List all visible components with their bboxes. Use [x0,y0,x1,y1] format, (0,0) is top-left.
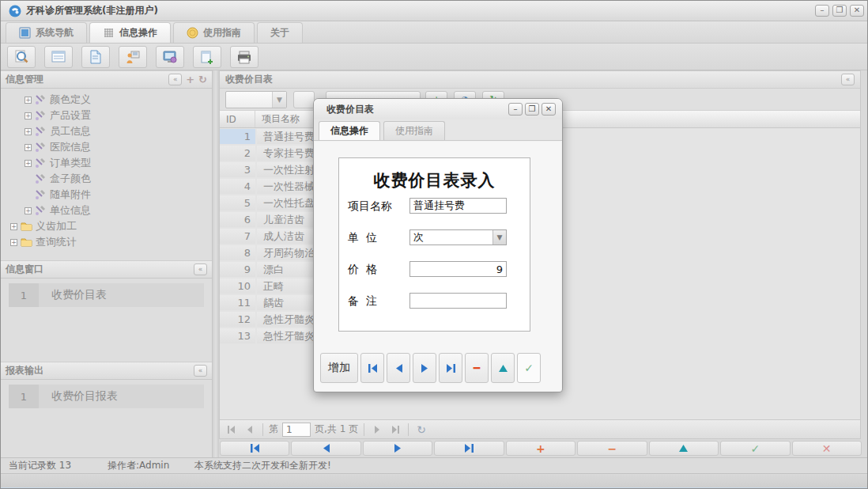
expand-icon[interactable]: + [10,223,17,230]
nav-last-button[interactable] [434,441,504,456]
display-button[interactable] [156,46,184,68]
tab-user-guide[interactable]: 使用指南 [173,22,255,43]
sidebar-splitter[interactable] [213,70,219,457]
nav-confirm-button[interactable]: ✓ [720,441,790,456]
filter-combobox[interactable]: ▼ [225,91,287,108]
tree-item-box-color[interactable]: 盒子颜色 [1,171,212,187]
add-panel-icon[interactable]: + [186,74,194,85]
window-close-button[interactable]: ✕ [850,5,864,17]
tree-item-hospital-info[interactable]: + 医院信息 [1,139,212,155]
search-icon [13,49,29,65]
tree-item-staff-info[interactable]: + 员工信息 [1,123,212,139]
main-panel-title: 收费价目表 [225,73,273,86]
expand-icon[interactable]: + [25,160,32,167]
coin-icon [187,27,198,39]
column-header-id[interactable]: ID [220,111,255,127]
refresh-panel-icon[interactable]: ↻ [198,74,207,85]
next-page-icon [372,425,382,434]
dialog-tab-info-operate[interactable]: 信息操作 [319,121,380,140]
last-page-button[interactable] [388,423,402,437]
tab-info-operate[interactable]: 信息操作 [89,22,171,43]
window-minimize-button[interactable]: – [815,5,829,17]
dialog-delete-button[interactable]: ━ [465,353,489,383]
nav-add-button[interactable]: + [506,441,576,456]
info-window-list: 1 收费价目表 [1,279,212,362]
x-icon: ✕ [822,442,832,455]
first-page-button[interactable] [225,423,239,437]
triangle-up-icon [499,365,508,372]
filter-go-button[interactable] [293,91,315,108]
record-count-text: 当前记录数 13 [1,459,100,472]
tree-item-denture-processing[interactable]: + 义齿加工 [1,218,212,234]
chevron-down-icon: ▼ [272,92,286,108]
refresh-grid-button[interactable]: ↻ [414,423,428,437]
dialog-minimize-button[interactable]: – [508,103,523,116]
page-number-input[interactable] [282,423,311,437]
dialog-prev-button[interactable] [387,353,410,383]
tab-system-nav[interactable]: 系统导航 [6,22,87,43]
nav-edit-button[interactable] [649,441,719,456]
collapse-left-button[interactable]: « [168,74,182,85]
window-restore-button[interactable]: ❐ [832,5,847,17]
nav-delete-button[interactable]: − [577,441,647,456]
page-label: 第 [269,423,278,436]
add-button[interactable]: 增加 [320,353,358,383]
item-name-label: 项目名称 [348,199,392,214]
printer-button[interactable] [230,46,259,68]
add-record-button[interactable] [193,46,221,68]
list-item[interactable]: 1 收费价目表 [9,283,204,307]
document-button[interactable] [81,46,110,68]
expand-icon[interactable]: + [10,239,17,246]
tree-item-product-setting[interactable]: + 产品设置 [1,108,212,123]
window-title: 牙科诊所管理系统(非注册用户) [26,4,158,17]
next-page-button[interactable] [370,423,384,437]
nav-prev-button[interactable] [291,441,360,456]
prev-record-icon [394,364,403,373]
tools-icon [35,157,47,169]
blue-square-icon [19,27,31,39]
nav-first-button[interactable] [220,441,289,456]
tree-item-query-stats[interactable]: + 查询统计 [1,234,212,250]
check-icon: ✓ [750,442,760,455]
tree-item-order-type[interactable]: + 订单类型 [1,155,212,171]
item-name-input[interactable] [409,198,507,214]
dialog-last-button[interactable] [439,353,462,383]
collapse-up-icon[interactable]: « [841,74,855,85]
staff-button[interactable] [119,46,147,68]
dialog-first-button[interactable] [360,353,384,383]
unit-select[interactable]: 次 ▼ [409,229,507,245]
dialog-edit-button[interactable] [491,353,515,383]
last-record-icon [464,444,474,453]
tab-about[interactable]: 关于 [257,22,303,43]
dialog-title-bar[interactable]: 收费价目表 – ❐ ✕ [314,99,562,119]
plus-icon: + [536,442,545,455]
price-input[interactable] [409,261,507,277]
dialog-next-button[interactable] [413,353,436,383]
tree-item-color-define[interactable]: + 颜色定义 [1,92,212,108]
status-bar: 当前记录数 13 操作者:Admin 本系统支持二次开发和全新开发! [1,457,868,474]
icon-toolbar [1,44,868,70]
dialog-restore-button[interactable]: ❐ [525,103,539,116]
price-label: 价 格 [348,263,377,277]
next-record-icon [394,444,402,453]
dialog-confirm-button[interactable]: ✓ [517,353,541,383]
dialog-close-button[interactable]: ✕ [542,103,556,116]
status-message-text: 本系统支持二次开发和全新开发! [187,459,339,472]
expand-icon[interactable]: + [25,112,32,119]
expand-icon[interactable]: + [25,144,32,151]
expand-icon[interactable]: + [25,207,32,214]
collapse-up-icon[interactable]: « [194,263,207,275]
tree-item-attachment[interactable]: 随单附件 [1,187,212,203]
search-button[interactable] [7,46,36,68]
prev-page-button[interactable] [243,423,257,437]
tree-item-unit-info[interactable]: + 单位信息 [1,203,212,218]
nav-next-button[interactable] [363,441,432,456]
note-input[interactable] [409,293,507,309]
nav-cancel-button[interactable]: ✕ [792,441,862,456]
dialog-tab-user-guide[interactable]: 使用指南 [383,121,445,140]
list-view-button[interactable] [44,46,73,68]
expand-icon[interactable]: + [25,128,32,135]
expand-icon[interactable]: + [25,97,32,104]
list-item[interactable]: 1 收费价目报表 [9,385,204,408]
collapse-up-icon[interactable]: « [194,365,207,377]
